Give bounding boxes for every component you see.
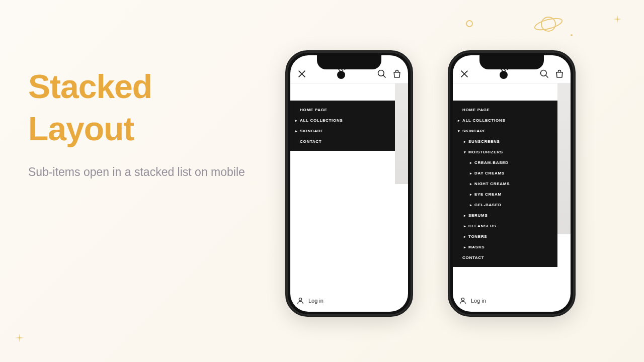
nav-day-creams[interactable]: ▸DAY CREAMS [457,168,553,178]
svg-point-5 [299,298,301,301]
mobile-nav-menu: ▸HOME PAGE ▸ALL COLLECTIONS ▸SKINCARE ▸C… [290,101,395,151]
nav-skincare[interactable]: ▾SKINCARE [457,126,553,136]
close-icon[interactable] [459,68,470,79]
slide-title: Stacked Layout [28,65,250,150]
planet-decoration [533,14,564,34]
nav-eye-cream[interactable]: ▸EYE CREAM [457,189,553,200]
nav-home[interactable]: ▸HOME PAGE [294,105,391,115]
phone-mockup-expanded: ▸HOME PAGE ▸ALL COLLECTIONS ▾SKINCARE ▸S… [448,50,576,317]
nav-moisturizers[interactable]: ▾MOISTURIZERS [457,147,553,157]
close-icon[interactable] [296,68,307,79]
caret-right-icon: ▸ [463,224,467,228]
svg-point-2 [571,34,573,36]
caret-right-icon: ▸ [463,140,467,144]
caret-right-icon: ▸ [463,214,467,218]
caret-right-icon: ▸ [463,235,467,239]
nav-cleansers[interactable]: ▸CLEANSERS [457,221,553,231]
nav-serums[interactable]: ▸SERUMS [457,210,553,221]
caret-right-icon: ▸ [469,182,473,186]
svg-point-6 [500,71,508,79]
nav-cream-based[interactable]: ▸CREAM-BASED [457,157,553,168]
svg-point-3 [337,71,345,79]
svg-point-7 [541,70,547,76]
svg-point-1 [534,16,564,32]
background-image-sliver [557,83,571,234]
caret-right-icon: ▸ [469,193,473,197]
caret-right-icon: ▸ [469,161,473,165]
nav-contact[interactable]: ▸CONTACT [457,252,553,263]
sparkle-decoration [570,30,574,39]
nav-home[interactable]: ▸HOME PAGE [457,105,553,115]
user-icon [459,297,467,305]
svg-point-4 [378,70,384,76]
sparkle-decoration [613,15,621,25]
caret-right-icon: ▸ [457,119,461,123]
caret-down-icon: ▾ [463,150,467,154]
nav-gel-based[interactable]: ▸GEL-BASED [457,200,553,210]
caret-right-icon: ▸ [463,245,467,249]
nav-all-collections[interactable]: ▸ALL COLLECTIONS [294,115,391,126]
nav-toners[interactable]: ▸TONERS [457,231,553,242]
caret-right-icon: ▸ [469,171,473,175]
mobile-nav-menu: ▸HOME PAGE ▸ALL COLLECTIONS ▾SKINCARE ▸S… [453,101,557,267]
nav-contact[interactable]: ▸CONTACT [294,136,391,147]
nav-all-collections[interactable]: ▸ALL COLLECTIONS [457,115,553,126]
nav-night-creams[interactable]: ▸NIGHT CREAMS [457,178,553,189]
caret-right-icon: ▸ [294,119,298,123]
phone-notch [479,55,544,69]
nav-skincare[interactable]: ▸SKINCARE [294,126,391,136]
search-icon[interactable] [539,69,549,79]
nav-masks[interactable]: ▸MASKS [457,242,553,252]
caret-right-icon: ▸ [294,129,298,133]
login-button[interactable]: Log in [296,297,324,305]
user-icon [296,297,304,305]
phone-notch [317,55,381,69]
nav-sunscreens[interactable]: ▸SUNSCREENS [457,136,553,147]
cart-icon[interactable] [392,69,402,79]
caret-down-icon: ▾ [457,129,461,133]
background-image-sliver [395,83,408,184]
cart-icon[interactable] [554,69,565,79]
svg-point-8 [461,298,464,301]
caret-right-icon: ▸ [469,203,473,207]
search-icon[interactable] [377,69,387,79]
circle-decoration [466,20,473,27]
phone-mockup-collapsed: ▸HOME PAGE ▸ALL COLLECTIONS ▸SKINCARE ▸C… [285,50,413,317]
slide-subtitle: Sub-items open in a stacked list on mobi… [28,163,250,181]
login-button[interactable]: Log in [459,297,486,305]
sparkle-decoration [15,333,24,344]
